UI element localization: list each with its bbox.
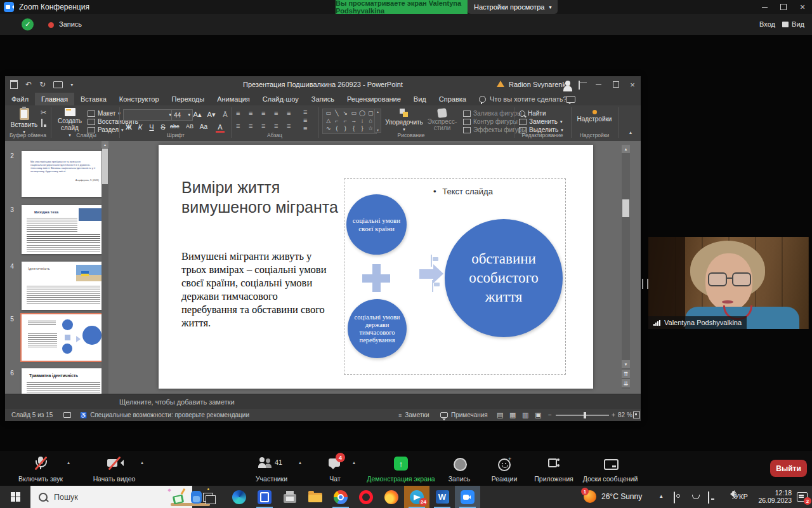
tray-network-icon[interactable] [708, 491, 709, 504]
tab-review[interactable]: Рецензирование [341, 93, 407, 105]
slide-scrollbar-thumb[interactable] [622, 199, 629, 217]
whiteboards-button[interactable]: Доски сообщений [579, 451, 642, 486]
account-name[interactable]: Radion Svynarenko [509, 81, 570, 88]
shape-icon[interactable]: ) [341, 125, 350, 133]
action-center-button[interactable]: 2 [797, 492, 808, 502]
shapes-gallery-scroll[interactable]: ▴ ▾ [374, 109, 381, 133]
zoom-percentage[interactable]: 82 % [618, 409, 632, 421]
taskbar-app-chrome[interactable] [328, 486, 353, 508]
language-indicator[interactable]: УКР [735, 493, 748, 500]
shape-icon[interactable]: ▭ [324, 110, 332, 117]
taskbar-app-printer[interactable] [277, 486, 303, 508]
indent-increase-icon[interactable]: ≡ [274, 109, 278, 117]
cut-icon[interactable]: ✂ [41, 109, 46, 117]
numbering-icon[interactable]: ≡ [249, 109, 252, 117]
previous-slide-icon[interactable]: ⇈ [622, 370, 630, 378]
taskbar-app-opera[interactable] [353, 486, 379, 508]
italic-button[interactable]: К [136, 123, 145, 131]
tab-insert[interactable]: Вставка [74, 93, 113, 105]
copy-icon[interactable] [41, 119, 43, 127]
subscript-button[interactable]: abc [170, 123, 180, 130]
quick-styles-button[interactable]: Экспресс-стили [425, 109, 459, 131]
addins-button[interactable]: Надстройки [575, 110, 614, 123]
font-name-combobox[interactable]: ▾ [123, 109, 174, 121]
meeting-security-shield-icon[interactable]: ✓ [22, 18, 34, 30]
redo-icon[interactable]: ↻ [39, 80, 46, 89]
shape-icon[interactable]: ⌐ [341, 117, 350, 125]
next-slide-icon[interactable]: ⇊ [622, 379, 630, 387]
align-left-icon[interactable]: ≡ [236, 122, 240, 130]
customize-qat-icon[interactable]: ▾ [70, 82, 73, 88]
slide-thumbnail-2[interactable]: Ми спостерігаємо пребування та визнання … [22, 151, 105, 197]
underline-button[interactable]: Ч [147, 123, 156, 131]
weather-text[interactable]: 26°C Sunny [601, 492, 642, 501]
save-icon[interactable] [10, 80, 18, 89]
slide-canvas[interactable]: Виміри життя вимушеного мігранта Вимушен… [159, 145, 593, 389]
shape-icon[interactable]: △ [324, 117, 332, 125]
tray-expand-chevron-icon[interactable]: ▴ [660, 493, 663, 499]
taskbar-app-edge[interactable] [226, 486, 252, 508]
gallery-up-icon[interactable]: ▴ [377, 109, 379, 114]
display-settings-icon[interactable] [63, 409, 71, 421]
slide-sorter-view-icon[interactable]: ▦ [509, 409, 516, 421]
taskbar-app-telegram[interactable]: 24 [404, 486, 429, 508]
shape-fill-button[interactable]: Заливка фигуры [463, 109, 521, 117]
zoom-in-button[interactable]: + [612, 409, 615, 421]
character-spacing-button[interactable]: АВ [185, 123, 194, 130]
signin-button[interactable]: Вход [759, 20, 775, 28]
scroll-up-icon[interactable]: ▴ [622, 145, 630, 153]
align-text-icon[interactable]: ≡ [303, 116, 307, 124]
tab-transitions[interactable]: Переходы [166, 93, 211, 105]
tab-view[interactable]: Вид [407, 93, 433, 105]
paste-button[interactable]: Вставить ▾ [10, 108, 38, 135]
slide-thumbnail-5-selected[interactable] [22, 314, 105, 361]
slideshow-view-icon[interactable]: ▣ [535, 409, 541, 421]
taskbar-app-explorer[interactable] [303, 486, 328, 508]
clear-formatting-button[interactable]: Ā [221, 110, 230, 118]
start-slideshow-icon[interactable] [53, 81, 63, 88]
chat-button[interactable]: 4 ▴ Чат [316, 451, 354, 486]
layout-button[interactable]: Макет ▾ [88, 109, 121, 117]
content-placeholder-box[interactable]: • Текст слайда соціальні умови своєї кра… [344, 178, 566, 375]
mute-button[interactable]: ▴ Включить звук [9, 451, 72, 486]
taskbar-app-blue[interactable] [252, 486, 277, 508]
grow-font-button[interactable]: А▴ [193, 110, 202, 119]
participants-button[interactable]: 41 ▴ Участники [244, 451, 299, 486]
taskbar-app-firefox[interactable] [379, 486, 404, 508]
thumb-scroll-up-icon[interactable]: ▴ [102, 141, 108, 148]
indent-decrease-icon[interactable]: ≡ [261, 109, 265, 117]
minimize-button[interactable] [755, 0, 774, 14]
diagram-plus-sign[interactable] [362, 264, 390, 292]
ppt-close-button[interactable]: × [623, 76, 642, 93]
align-center-icon[interactable]: ≡ [249, 122, 252, 130]
collapse-ribbon-icon[interactable]: ▴ [629, 130, 632, 135]
undo-icon[interactable]: ↶ [25, 80, 32, 89]
align-right-icon[interactable]: ≡ [261, 122, 265, 130]
font-size-combobox[interactable]: 44 ▾ [171, 109, 193, 121]
tab-record[interactable]: Запись [305, 93, 341, 105]
change-case-button[interactable]: Аа [199, 123, 208, 130]
slide-body-text[interactable]: Вимушені мігранти живуть у трьох вимірах… [181, 250, 335, 330]
comments-toggle-button[interactable]: Примечания [440, 409, 488, 421]
ribbon-display-options-icon[interactable] [579, 81, 580, 90]
zoom-slider-thumb[interactable] [584, 412, 586, 418]
replace-button[interactable]: Заменить ▾ [519, 117, 562, 126]
warning-icon[interactable] [497, 81, 504, 87]
tab-slideshow[interactable]: Слайд-шоу [256, 93, 305, 105]
tab-animations[interactable]: Анимация [211, 93, 256, 105]
chat-chevron-icon[interactable]: ▴ [353, 460, 355, 465]
taskbar-app-word[interactable]: W [429, 486, 455, 508]
panel-resize-handle[interactable] [642, 279, 648, 289]
thumbnail-scrollbar[interactable]: ▴ [102, 141, 108, 394]
taskbar-app-zoom[interactable] [455, 486, 480, 508]
slide-title[interactable]: Виміри життя вимушеного мігранта [181, 178, 353, 217]
zoom-out-button[interactable]: − [548, 409, 552, 421]
convert-smartart-icon[interactable]: ≡ [303, 124, 307, 132]
view-settings-button[interactable]: Настройки просмотра ▾ [468, 0, 558, 14]
shape-outline-button[interactable]: Контур фигуры [463, 117, 518, 126]
taskbar-search-box[interactable]: Пошук [30, 486, 192, 508]
tray-snip-icon[interactable] [674, 491, 675, 504]
gallery-down-icon[interactable]: ▾ [377, 128, 379, 132]
tab-home[interactable]: Главная [35, 93, 74, 105]
notes-toggle-button[interactable]: ≡ Заметки [398, 409, 429, 421]
